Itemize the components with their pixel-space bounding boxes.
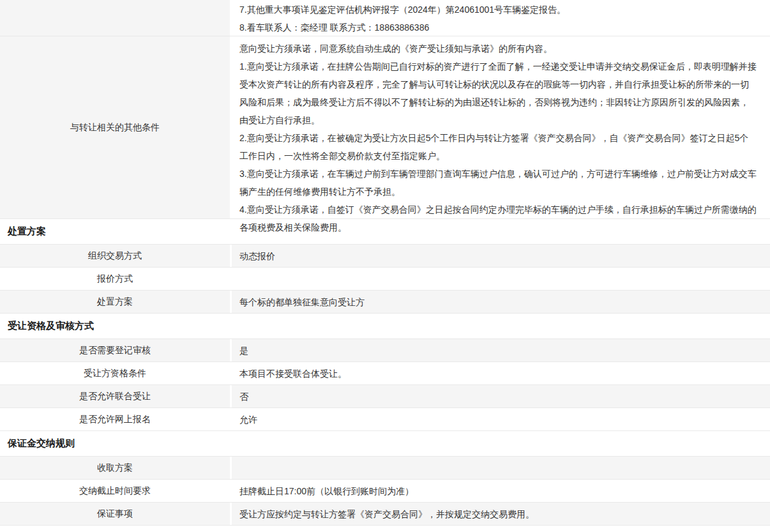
row-value: 挂牌截止日17:00前（以银行到账时间为准） bbox=[232, 480, 770, 502]
row-label: 是否需要登记审核 bbox=[0, 339, 232, 361]
row-label: 报价方式 bbox=[0, 268, 232, 290]
row-value bbox=[232, 268, 770, 290]
condition-paragraph: 1.意向受让方须承诺，在挂牌公告期间已自行对标的资产进行了全面了解，一经递交受让… bbox=[239, 57, 757, 129]
row-value bbox=[232, 457, 770, 479]
remark-line: 7.其他重大事项详见鉴定评估机构评报字（2024年）第24061001号车辆鉴定… bbox=[239, 1, 757, 19]
condition-paragraph: 4.意向受让方须承诺，自签订《资产交易合同》之日起按合同约定办理完毕标的车辆的过… bbox=[239, 201, 757, 236]
row-value: 允许 bbox=[232, 408, 770, 430]
row-label: 是否允许联合受让 bbox=[0, 385, 232, 407]
row-label: 处置方案 bbox=[0, 291, 232, 313]
row-label: 是否允许网上报名 bbox=[0, 408, 232, 430]
section-header-transferee-qualification: 受让资格及审核方式 bbox=[0, 314, 770, 339]
remark-line: 8.看车联系人：栾经理 联系方式：18863886386 bbox=[239, 19, 757, 36]
other-conditions-row: 与转让相关的其他条件 意向受让方须承诺，同意系统自动生成的《资产受让须知与承诺》… bbox=[0, 36, 770, 219]
row-value: 每个标的都单独征集意向受让方 bbox=[232, 291, 770, 313]
row-label: 受让方资格条件 bbox=[0, 362, 232, 384]
row-quotation-method: 报价方式 bbox=[0, 268, 770, 291]
row-label: 保证事项 bbox=[0, 503, 232, 525]
row-label: 收取方案 bbox=[0, 457, 232, 479]
listing-detail-table: 7.其他重大事项详见鉴定评估机构评报字（2024年）第24061001号车辆鉴定… bbox=[0, 0, 770, 532]
row-value: 否 bbox=[232, 385, 770, 407]
row-payment-deadline: 交纳截止时间要求 挂牌截止日17:00前（以银行到账时间为准） bbox=[0, 480, 770, 503]
condition-paragraph: 意向受让方须承诺，同意系统自动生成的《资产受让须知与承诺》的所有内容。 bbox=[239, 40, 757, 57]
remarks-row: 7.其他重大事项详见鉴定评估机构评报字（2024年）第24061001号车辆鉴定… bbox=[0, 0, 770, 36]
row-guarantee-matters: 保证事项 受让方应按约定与转让方签署《资产交易合同》，并按规定交纳交易费用。 bbox=[0, 503, 770, 526]
bottom-spacer bbox=[0, 526, 770, 532]
row-value: 本项目不接受联合体受让。 bbox=[232, 362, 770, 384]
row-label: 交纳截止时间要求 bbox=[0, 480, 232, 502]
section-header-deposit-rules: 保证金交纳规则 bbox=[0, 431, 770, 457]
condition-paragraph: 3.意向受让方须承诺，在车辆过户前到车辆管理部门查询车辆过户信息，确认可过户的，… bbox=[239, 165, 757, 201]
row-registration-review-required: 是否需要登记审核 是 bbox=[0, 339, 770, 362]
other-conditions-value: 意向受让方须承诺，同意系统自动生成的《资产受让须知与承诺》的所有内容。 1.意向… bbox=[232, 36, 770, 218]
remarks-row-label bbox=[0, 0, 232, 36]
other-conditions-label: 与转让相关的其他条件 bbox=[0, 36, 232, 218]
row-transferee-qualification-conditions: 受让方资格条件 本项目不接受联合体受让。 bbox=[0, 362, 770, 385]
row-collection-plan: 收取方案 bbox=[0, 457, 770, 480]
row-value: 动态报价 bbox=[232, 245, 770, 267]
row-value: 受让方应按约定与转让方签署《资产交易合同》，并按规定交纳交易费用。 bbox=[232, 503, 770, 525]
row-disposal-plan: 处置方案 每个标的都单独征集意向受让方 bbox=[0, 291, 770, 314]
condition-paragraph: 2.意向受让方须承诺，在被确定为受让方次日起5个工作日内与转让方签署《资产交易合… bbox=[239, 129, 757, 165]
row-online-registration-allowed: 是否允许网上报名 允许 bbox=[0, 408, 770, 431]
row-value: 是 bbox=[232, 339, 770, 361]
row-label: 组织交易方式 bbox=[0, 245, 232, 267]
row-trade-organization-method: 组织交易方式 动态报价 bbox=[0, 245, 770, 268]
row-joint-transfer-allowed: 是否允许联合受让 否 bbox=[0, 385, 770, 408]
remarks-row-value: 7.其他重大事项详见鉴定评估机构评报字（2024年）第24061001号车辆鉴定… bbox=[232, 0, 770, 36]
